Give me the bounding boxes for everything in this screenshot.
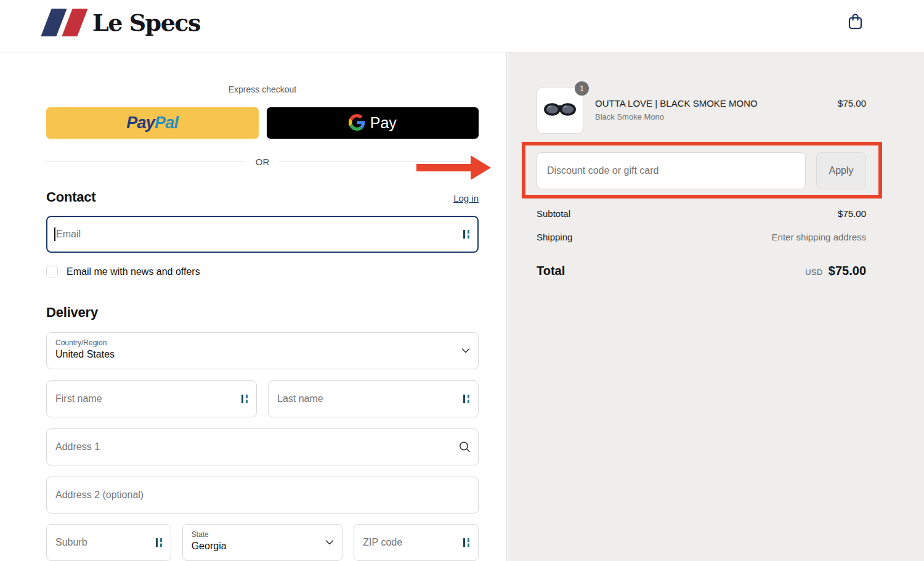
suburb-input[interactable] (46, 524, 171, 561)
first-name-field-wrap (46, 380, 257, 417)
shopping-bag-icon (847, 12, 864, 33)
chevron-down-icon (461, 348, 470, 354)
total-row: Total USD $75.00 (537, 264, 866, 278)
subtotal-value: $75.00 (838, 208, 866, 219)
address1-field-wrap (46, 428, 479, 465)
brand-name: Le Specs (92, 9, 200, 36)
order-summary-panel: 1 OUTTA LOVE | BLACK SMOKE MONO $75.00 B… (508, 52, 924, 561)
email-input[interactable] (46, 216, 479, 253)
subtotal-row: Subtotal $75.00 (537, 208, 866, 219)
newsletter-checkbox[interactable] (46, 266, 58, 277)
logo-slashes-icon (46, 9, 83, 36)
chevron-down-icon (325, 540, 334, 546)
logo-slash-red (62, 9, 87, 36)
state-value: Georgia (192, 541, 317, 552)
country-select[interactable]: Country/Region United States (46, 332, 479, 369)
shipping-value: Enter shipping address (772, 232, 866, 242)
address1-input[interactable] (46, 428, 479, 465)
shipping-label: Shipping (537, 232, 572, 242)
state-select[interactable]: State Georgia (182, 524, 343, 561)
totals-section: Subtotal $75.00 Shipping Enter shipping … (537, 208, 866, 278)
state-label: State (192, 530, 317, 539)
product-price: $75.00 (838, 98, 866, 109)
currency-code: USD (805, 268, 823, 277)
newsletter-optin[interactable]: Email me with news and offers (46, 266, 479, 277)
email-field-wrap (46, 216, 479, 253)
contact-heading: Contact (46, 189, 96, 205)
divider-line (46, 162, 246, 162)
product-title: OUTTA LOVE | BLACK SMOKE MONO (595, 98, 758, 109)
zip-input[interactable] (354, 524, 479, 561)
locality-fields-row: State Georgia (46, 524, 479, 561)
quantity-badge: 1 (575, 81, 589, 96)
or-label: OR (256, 157, 270, 167)
contact-header-row: Contact Log in (46, 189, 479, 205)
header: Le Specs (0, 0, 924, 52)
checkout-page: Le Specs Express checkout PayPal (0, 0, 924, 561)
subtotal-label: Subtotal (537, 208, 570, 219)
address2-field-wrap (46, 477, 479, 514)
total-label: Total (537, 264, 565, 278)
discount-row: Apply (537, 152, 866, 189)
product-thumbnail: 1 (537, 87, 583, 134)
google-pay-button[interactable]: Pay (267, 107, 479, 139)
discount-code-input[interactable] (537, 152, 806, 189)
checkout-form-panel: Express checkout PayPal (0, 52, 507, 561)
delivery-heading: Delivery (46, 305, 479, 321)
newsletter-label: Email me with news and offers (67, 266, 200, 277)
paypal-logo: PayPal (126, 113, 178, 133)
cart-line-item: 1 OUTTA LOVE | BLACK SMOKE MONO $75.00 B… (537, 52, 866, 134)
brand-logo[interactable]: Le Specs (46, 7, 200, 38)
express-checkout-title: Express checkout (46, 84, 479, 94)
last-name-input[interactable] (268, 380, 479, 417)
login-link[interactable]: Log in (453, 193, 479, 203)
country-label: Country/Region (55, 338, 452, 347)
express-pay-buttons: PayPal Pay (46, 107, 479, 139)
google-g-icon (349, 114, 365, 133)
total-value: $75.00 (829, 264, 866, 278)
name-fields-row (46, 380, 479, 417)
product-info: OUTTA LOVE | BLACK SMOKE MONO $75.00 Bla… (595, 87, 866, 121)
cart-button[interactable] (844, 11, 866, 33)
text-caret (54, 227, 55, 241)
first-name-input[interactable] (46, 380, 257, 417)
zip-field-wrap (354, 524, 479, 561)
product-variant: Black Smoke Mono (595, 112, 866, 121)
gpay-label: Pay (370, 114, 397, 132)
address2-input[interactable] (46, 477, 479, 514)
sunglasses-image (543, 102, 577, 120)
apply-discount-button[interactable]: Apply (816, 152, 866, 189)
paypal-button[interactable]: PayPal (46, 107, 259, 139)
divider-line (279, 162, 479, 162)
shipping-row: Shipping Enter shipping address (537, 232, 866, 242)
country-value: United States (55, 349, 452, 360)
last-name-field-wrap (268, 380, 479, 417)
suburb-field-wrap (46, 524, 171, 561)
or-divider: OR (46, 157, 479, 167)
